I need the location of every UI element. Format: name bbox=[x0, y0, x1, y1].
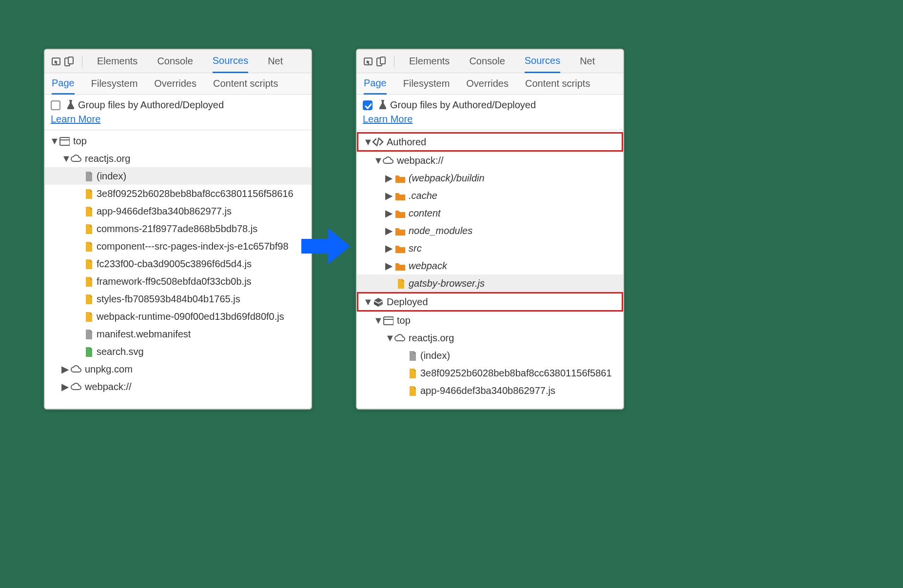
subtab-filesystem[interactable]: Filesystem bbox=[403, 73, 450, 95]
caret-down-icon[interactable]: ▼ bbox=[363, 137, 370, 148]
folder-icon bbox=[394, 172, 406, 184]
tree-row[interactable]: component---src-pages-index-js-e1c657bf9… bbox=[45, 237, 311, 255]
caret-right-icon[interactable]: ▶ bbox=[385, 225, 392, 236]
tree-row[interactable]: ▶unpkg.com bbox=[45, 360, 311, 378]
inspect-element-icon[interactable] bbox=[49, 55, 62, 68]
tree-row[interactable]: ▶src bbox=[357, 239, 623, 257]
tree-row-label: src bbox=[409, 243, 422, 254]
tree-row[interactable]: ▼reactjs.org bbox=[357, 329, 623, 347]
tree-row[interactable]: 3e8f09252b6028beb8baf8cc63801156f58616 bbox=[45, 185, 311, 202]
group-files-row: Group files by Authored/Deployed Learn M… bbox=[357, 95, 623, 130]
tree-row[interactable]: ▶.cache bbox=[357, 187, 623, 204]
learn-more-link[interactable]: Learn More bbox=[51, 114, 100, 125]
file-yellow-icon bbox=[82, 188, 94, 199]
tree-row-label: 3e8f09252b6028beb8baf8cc63801156f5861 bbox=[420, 368, 612, 379]
subtab-page[interactable]: Page bbox=[364, 73, 387, 95]
tab-sources[interactable]: Sources bbox=[213, 50, 248, 73]
tab-sources[interactable]: Sources bbox=[525, 50, 560, 73]
file-yellow-icon bbox=[82, 240, 94, 252]
subtab-filesystem[interactable]: Filesystem bbox=[91, 73, 138, 95]
devtools-panel-after: Elements Console Sources Net Page Filesy… bbox=[356, 49, 624, 410]
caret-down-icon[interactable]: ▼ bbox=[50, 136, 57, 147]
tree-row[interactable]: webpack-runtime-090f00ed13bd69fd80f0.js bbox=[45, 308, 311, 325]
flask-icon bbox=[376, 98, 386, 112]
caret-down-icon[interactable]: ▼ bbox=[385, 333, 392, 344]
tree-row[interactable]: manifest.webmanifest bbox=[45, 325, 311, 343]
group-files-checkbox[interactable] bbox=[51, 100, 60, 110]
tree-row[interactable]: app-9466def3ba340b862977.js bbox=[357, 382, 623, 399]
learn-more-link[interactable]: Learn More bbox=[363, 114, 412, 125]
caret-down-icon[interactable]: ▼ bbox=[373, 155, 380, 166]
tree-row[interactable]: ▼top bbox=[357, 312, 623, 329]
tree-row-label: manifest.webmanifest bbox=[97, 329, 191, 340]
caret-right-icon[interactable]: ▶ bbox=[385, 207, 392, 219]
tree-row[interactable]: (index) bbox=[357, 347, 623, 364]
cloud-icon bbox=[382, 155, 394, 166]
devtools-panel-before: Elements Console Sources Net Page Filesy… bbox=[44, 49, 312, 410]
tab-network[interactable]: Net bbox=[580, 50, 595, 73]
tree-row[interactable]: ▶content bbox=[357, 204, 623, 222]
caret-down-icon[interactable]: ▼ bbox=[373, 315, 380, 326]
tab-network[interactable]: Net bbox=[268, 50, 283, 73]
main-tabs: Elements Console Sources Net bbox=[409, 50, 595, 73]
tree-row[interactable]: ▼Authored bbox=[357, 132, 623, 152]
device-toggle-icon[interactable] bbox=[62, 55, 76, 68]
caret-down-icon[interactable]: ▼ bbox=[363, 296, 370, 308]
caret-right-icon[interactable]: ▶ bbox=[385, 172, 392, 184]
tree-row-label: search.svg bbox=[97, 346, 144, 357]
subtab-content-scripts[interactable]: Content scripts bbox=[213, 73, 278, 95]
sources-subtabs: Page Filesystem Overrides Content script… bbox=[357, 73, 623, 95]
folder-icon bbox=[394, 242, 406, 254]
folder-icon bbox=[394, 225, 406, 236]
tree-row[interactable]: ▼webpack:// bbox=[357, 152, 623, 169]
devtools-toolbar: Elements Console Sources Net bbox=[357, 50, 623, 73]
tree-row[interactable]: ▼top bbox=[45, 132, 311, 150]
caret-right-icon[interactable]: ▶ bbox=[385, 260, 392, 272]
cloud-icon bbox=[394, 332, 406, 344]
tree-row-label: styles-fb708593b484b04b1765.js bbox=[97, 294, 240, 305]
tree-row[interactable]: ▶webpack bbox=[357, 257, 623, 274]
tree-row[interactable]: framework-ff9c508ebfda0f33cb0b.js bbox=[45, 273, 311, 290]
tree-row[interactable]: commons-21f8977ade868b5bdb78.js bbox=[45, 220, 311, 237]
caret-right-icon[interactable]: ▶ bbox=[385, 242, 392, 254]
tree-row[interactable]: ▼reactjs.org bbox=[45, 150, 311, 167]
subtab-page[interactable]: Page bbox=[52, 73, 75, 95]
group-files-label: Group files by Authored/Deployed bbox=[390, 99, 536, 111]
tree-row[interactable]: ▼Deployed bbox=[357, 292, 623, 312]
tree-row[interactable]: search.svg bbox=[45, 343, 311, 360]
device-toggle-icon[interactable] bbox=[374, 55, 388, 68]
deployed-icon bbox=[372, 296, 384, 308]
tree-row[interactable]: 3e8f09252b6028beb8baf8cc63801156f5861 bbox=[357, 364, 623, 382]
file-yellow-icon bbox=[82, 205, 94, 217]
tree-row-label: top bbox=[397, 315, 411, 326]
tab-console[interactable]: Console bbox=[157, 50, 193, 73]
tree-row-label: top bbox=[73, 136, 87, 147]
tab-elements[interactable]: Elements bbox=[97, 50, 137, 73]
subtab-overrides[interactable]: Overrides bbox=[466, 73, 509, 95]
tree-row[interactable]: ▶node_modules bbox=[357, 222, 623, 239]
caret-right-icon[interactable]: ▶ bbox=[61, 381, 68, 392]
folder-icon bbox=[394, 190, 406, 201]
tree-row[interactable]: gatsby-browser.js bbox=[357, 274, 623, 292]
tree-row-label: node_modules bbox=[409, 225, 472, 236]
tree-row[interactable]: ▶(webpack)/buildin bbox=[357, 169, 623, 187]
caret-right-icon[interactable]: ▶ bbox=[385, 190, 392, 201]
tree-row[interactable]: app-9466def3ba340b862977.js bbox=[45, 202, 311, 220]
tree-row-label: webpack bbox=[409, 260, 447, 272]
tree-row[interactable]: fc233f00-cba3d9005c3896f6d5d4.js bbox=[45, 255, 311, 273]
tab-console[interactable]: Console bbox=[469, 50, 505, 73]
caret-down-icon[interactable]: ▼ bbox=[61, 153, 68, 164]
code-icon bbox=[372, 136, 384, 148]
subtab-overrides[interactable]: Overrides bbox=[154, 73, 196, 95]
tree-row[interactable]: (index) bbox=[45, 167, 311, 185]
subtab-content-scripts[interactable]: Content scripts bbox=[525, 73, 590, 95]
caret-right-icon[interactable]: ▶ bbox=[61, 363, 68, 375]
tree-row-label: app-9466def3ba340b862977.js bbox=[420, 385, 555, 396]
group-files-checkbox[interactable] bbox=[363, 100, 373, 110]
tree-row[interactable]: ▶webpack:// bbox=[45, 378, 311, 395]
tree-row-label: gatsby-browser.js bbox=[409, 278, 485, 289]
inspect-element-icon[interactable] bbox=[361, 55, 374, 68]
tab-elements[interactable]: Elements bbox=[409, 50, 450, 73]
tree-row-label: 3e8f09252b6028beb8baf8cc63801156f58616 bbox=[97, 188, 294, 199]
tree-row[interactable]: styles-fb708593b484b04b1765.js bbox=[45, 290, 311, 308]
